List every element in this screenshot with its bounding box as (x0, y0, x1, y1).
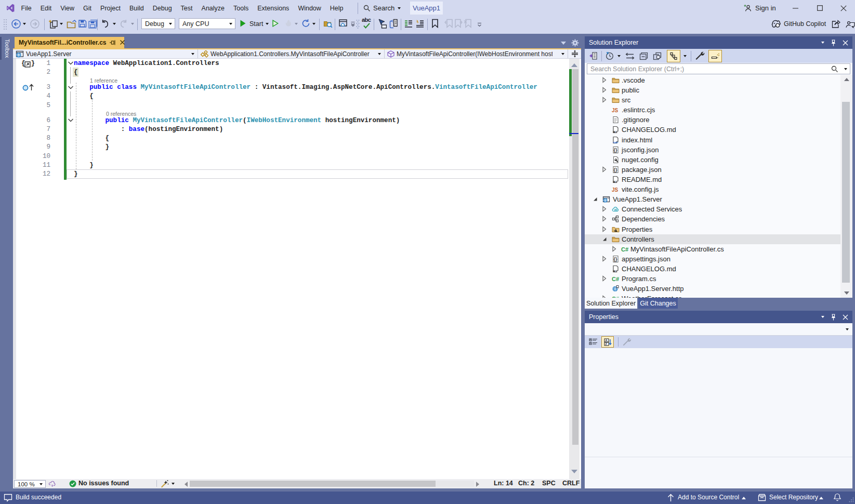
svg-text:A: A (605, 339, 607, 342)
